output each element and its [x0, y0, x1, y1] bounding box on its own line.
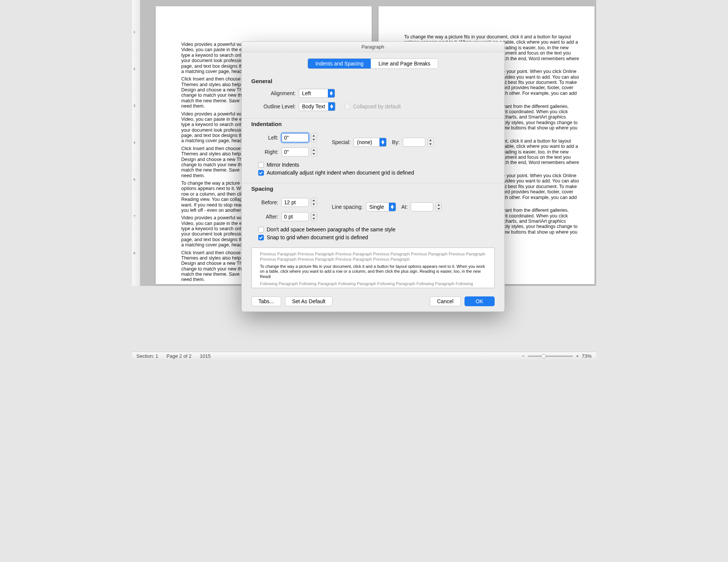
- snap-to-grid-label: Snap to grid when document grid is defin…: [267, 234, 368, 240]
- snap-to-grid-checkbox[interactable]: [258, 235, 264, 240]
- line-spacing-at-stepper[interactable]: [436, 202, 442, 211]
- dialog-tab-bar: Indents and Spacing Line and Page Breaks: [308, 58, 438, 69]
- chevron-updown-icon: [379, 138, 386, 147]
- cancel-button[interactable]: Cancel: [430, 296, 461, 306]
- indent-by-stepper[interactable]: [428, 138, 434, 147]
- ok-button[interactable]: OK: [465, 296, 495, 306]
- preview-previous-text: Previous Paragraph Previous Paragraph Pr…: [260, 252, 486, 262]
- mirror-indents-label: Mirror Indents: [267, 162, 299, 168]
- outline-level-select[interactable]: Body Text: [299, 102, 335, 111]
- spacing-before-label: Before:: [258, 199, 282, 205]
- dialog-title: Paragraph: [242, 42, 504, 52]
- indent-right-stepper[interactable]: [311, 147, 317, 156]
- collapsed-by-default-label: Collapsed by default: [353, 103, 401, 109]
- auto-adjust-indent-checkbox[interactable]: [258, 170, 264, 176]
- spacing-before-input[interactable]: [282, 198, 309, 207]
- line-spacing-select[interactable]: Single: [366, 202, 396, 211]
- status-section[interactable]: Section: 1: [137, 353, 158, 359]
- section-heading-spacing: Spacing: [251, 185, 495, 192]
- spacing-after-stepper[interactable]: [311, 212, 317, 221]
- outline-level-label: Outline Level:: [258, 103, 299, 109]
- indent-special-label: Special:: [332, 139, 351, 145]
- zoom-out-button[interactable]: −: [522, 353, 525, 359]
- status-page[interactable]: Page 2 of 2: [166, 353, 192, 359]
- line-spacing-at-input[interactable]: [411, 202, 433, 211]
- indent-by-input[interactable]: [403, 138, 425, 147]
- preview-following-text: Following Paragraph Following Paragraph …: [260, 281, 486, 287]
- zoom-percent[interactable]: 73%: [582, 353, 591, 359]
- tab-line-page-breaks[interactable]: Line and Page Breaks: [371, 59, 438, 68]
- zoom-in-button[interactable]: +: [576, 353, 579, 359]
- chevron-updown-icon: [328, 89, 335, 98]
- section-heading-general: General: [251, 78, 495, 84]
- line-spacing-at-label: At:: [401, 204, 408, 210]
- spacing-before-stepper[interactable]: [311, 198, 317, 207]
- set-as-default-button[interactable]: Set As Default: [285, 296, 333, 306]
- paragraph-dialog: Paragraph Indents and Spacing Line and P…: [241, 41, 505, 312]
- paragraph-preview: Previous Paragraph Previous Paragraph Pr…: [251, 248, 495, 288]
- indent-left-label: Left:: [258, 135, 282, 141]
- status-word-count[interactable]: 1015: [200, 353, 211, 359]
- indent-special-select[interactable]: (none): [353, 138, 387, 147]
- tabs-button[interactable]: Tabs...: [251, 296, 281, 306]
- collapsed-by-default-checkbox: [344, 104, 350, 109]
- no-space-same-style-checkbox[interactable]: [258, 227, 264, 232]
- no-space-same-style-label: Don't add space between paragraphs of th…: [267, 226, 396, 232]
- alignment-label: Alignment:: [258, 90, 299, 96]
- spacing-after-input[interactable]: [282, 212, 309, 221]
- section-heading-indentation: Indentation: [251, 121, 495, 127]
- zoom-slider[interactable]: [528, 355, 573, 357]
- auto-adjust-indent-label: Automatically adjust right indent when d…: [267, 170, 414, 176]
- line-spacing-label: Line spacing:: [332, 204, 363, 210]
- zoom-slider-thumb[interactable]: [541, 354, 546, 358]
- indent-right-input[interactable]: [282, 147, 309, 156]
- vertical-ruler: 1 2 3 4 6 7 8: [132, 0, 140, 286]
- indent-right-label: Right:: [258, 149, 282, 155]
- indent-by-label: By:: [392, 139, 399, 145]
- mirror-indents-checkbox[interactable]: [258, 162, 264, 168]
- spacing-after-label: After:: [258, 214, 282, 220]
- preview-body-text: To change the way a picture fits in your…: [260, 264, 486, 279]
- indent-left-input[interactable]: [282, 133, 309, 142]
- alignment-select[interactable]: Left: [299, 89, 335, 98]
- indent-left-stepper[interactable]: [311, 133, 317, 142]
- chevron-updown-icon: [328, 102, 335, 111]
- tab-indents-spacing[interactable]: Indents and Spacing: [308, 59, 371, 68]
- status-bar: Section: 1 Page 2 of 2 1015 − + 73%: [132, 352, 596, 360]
- chevron-updown-icon: [389, 202, 396, 211]
